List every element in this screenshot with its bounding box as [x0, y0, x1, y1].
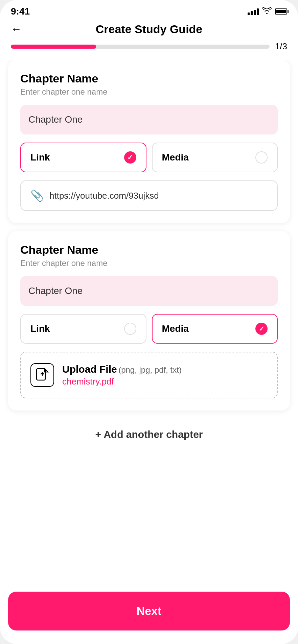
chapter-2-subtitle: Enter chapter one name [20, 258, 278, 268]
chapter-1-link-label: Link [30, 152, 50, 163]
chapter-2-title: Chapter Name [20, 243, 278, 256]
chapter-2-media-label: Media [162, 323, 189, 334]
status-bar: 9:41 [0, 0, 298, 20]
chapter-2-link-label: Link [30, 323, 50, 334]
chapter-1-link-radio [124, 151, 136, 164]
chapter-2-link-radio [124, 323, 136, 335]
chapter-card-1: Chapter Name Enter chapter one name Link… [8, 60, 290, 223]
upload-text: Upload File (png, jpg, pdf, txt) chemist… [62, 364, 182, 387]
upload-label: Upload File [62, 364, 117, 375]
chapter-1-media-label: Media [162, 152, 189, 163]
next-button-label: Next [137, 604, 162, 618]
add-chapter-label: + Add another chapter [95, 429, 203, 440]
chapter-1-type-selection: Link Media [20, 143, 278, 172]
battery-icon [275, 8, 287, 15]
upload-area[interactable]: Upload File (png, jpg, pdf, txt) chemist… [20, 352, 278, 398]
progress-label: 1/3 [275, 41, 287, 52]
chapter-2-media-radio [255, 323, 268, 335]
phone-container: 9:41 ← Create Study Gui [0, 0, 298, 644]
back-button[interactable]: ← [11, 24, 22, 34]
chapter-1-link-input-container[interactable]: 📎 https://youtube.com/93ujksd [20, 180, 278, 211]
chapter-1-title: Chapter Name [20, 72, 278, 85]
chapter-2-media-option[interactable]: Media [152, 314, 278, 344]
upload-formats: (png, jpg, pdf, txt) [118, 365, 182, 374]
chapter-1-subtitle: Enter chapter one name [20, 87, 278, 97]
next-button[interactable]: Next [8, 592, 290, 630]
upload-filename: chemistry.pdf [62, 376, 182, 387]
progress-section: 1/3 [0, 41, 298, 60]
progress-track [11, 45, 270, 49]
chapter-1-link-value: https://youtube.com/93ujksd [49, 191, 268, 201]
header: ← Create Study Guide [0, 20, 298, 41]
chapter-1-name-input[interactable] [20, 105, 278, 134]
status-icons [248, 7, 287, 16]
chapter-2-type-selection: Link Media [20, 314, 278, 344]
wifi-icon [262, 7, 272, 16]
main-content: Chapter Name Enter chapter one name Link… [0, 60, 298, 592]
progress-fill [11, 45, 96, 49]
status-time: 9:41 [11, 6, 30, 17]
paperclip-icon: 📎 [30, 189, 44, 202]
chapter-1-media-radio [255, 151, 268, 164]
page-title: Create Study Guide [96, 23, 203, 36]
add-chapter-button[interactable]: + Add another chapter [8, 419, 290, 450]
chapter-1-media-option[interactable]: Media [152, 143, 278, 172]
chapter-1-link-option[interactable]: Link [20, 143, 146, 172]
upload-file-icon [30, 363, 54, 387]
chapter-card-2: Chapter Name Enter chapter one name Link… [8, 231, 290, 411]
chapter-2-name-input[interactable] [20, 276, 278, 306]
signal-icon [248, 8, 259, 15]
chapter-2-link-option[interactable]: Link [20, 314, 146, 344]
